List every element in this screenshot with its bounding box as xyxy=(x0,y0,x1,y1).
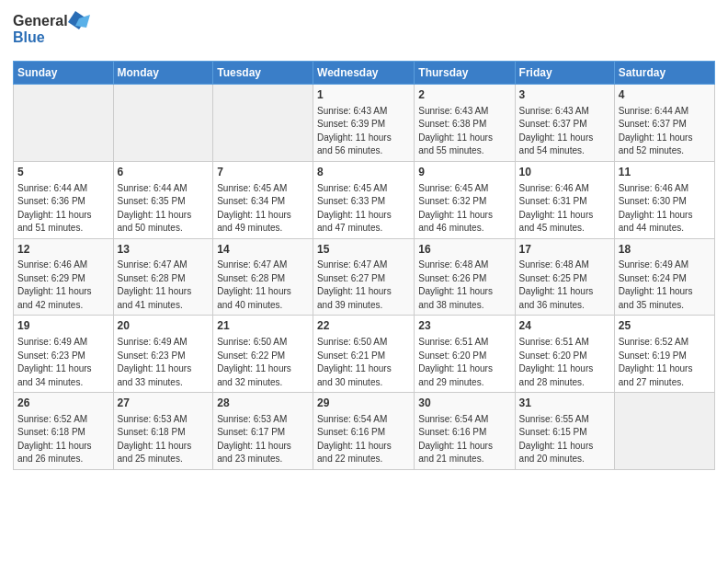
svg-text:General: General xyxy=(13,13,68,29)
day-number: 9 xyxy=(418,165,510,180)
logo: General Blue xyxy=(13,9,96,53)
calendar-cell: 13Sunrise: 6:47 AM Sunset: 6:28 PM Dayli… xyxy=(113,238,213,316)
calendar-cell: 25Sunrise: 6:52 AM Sunset: 6:19 PM Dayli… xyxy=(614,316,714,393)
day-info: Sunrise: 6:45 AM Sunset: 6:34 PM Dayligh… xyxy=(217,183,291,234)
day-number: 14 xyxy=(217,242,309,258)
calendar-cell: 24Sunrise: 6:51 AM Sunset: 6:20 PM Dayli… xyxy=(515,316,614,393)
calendar-cell: 10Sunrise: 6:46 AM Sunset: 6:31 PM Dayli… xyxy=(515,161,614,238)
day-info: Sunrise: 6:54 AM Sunset: 6:16 PM Dayligh… xyxy=(317,414,392,465)
calendar-cell: 12Sunrise: 6:46 AM Sunset: 6:29 PM Dayli… xyxy=(14,238,114,316)
day-info: Sunrise: 6:52 AM Sunset: 6:19 PM Dayligh… xyxy=(619,337,693,387)
day-info: Sunrise: 6:49 AM Sunset: 6:23 PM Dayligh… xyxy=(118,337,192,387)
day-number: 6 xyxy=(118,165,210,180)
calendar-cell: 28Sunrise: 6:53 AM Sunset: 6:17 PM Dayli… xyxy=(213,393,313,470)
calendar-cell: 20Sunrise: 6:49 AM Sunset: 6:23 PM Dayli… xyxy=(113,316,213,393)
day-info: Sunrise: 6:47 AM Sunset: 6:28 PM Dayligh… xyxy=(118,259,192,310)
weekday-header: Sunday xyxy=(14,62,114,85)
weekday-header: Tuesday xyxy=(213,62,313,85)
calendar-cell xyxy=(14,85,114,162)
day-number: 10 xyxy=(519,165,610,180)
calendar-cell: 19Sunrise: 6:49 AM Sunset: 6:23 PM Dayli… xyxy=(14,316,114,393)
calendar-cell: 29Sunrise: 6:54 AM Sunset: 6:16 PM Dayli… xyxy=(313,393,415,470)
calendar-cell xyxy=(213,85,313,162)
day-info: Sunrise: 6:48 AM Sunset: 6:25 PM Dayligh… xyxy=(519,259,594,310)
day-number: 31 xyxy=(519,396,610,411)
day-number: 22 xyxy=(317,318,410,334)
day-info: Sunrise: 6:44 AM Sunset: 6:36 PM Dayligh… xyxy=(17,183,92,234)
svg-text:Blue: Blue xyxy=(13,29,45,45)
day-info: Sunrise: 6:50 AM Sunset: 6:21 PM Dayligh… xyxy=(317,337,392,387)
calendar-cell: 31Sunrise: 6:55 AM Sunset: 6:15 PM Dayli… xyxy=(515,393,614,470)
calendar-cell: 23Sunrise: 6:51 AM Sunset: 6:20 PM Dayli… xyxy=(415,316,515,393)
day-number: 18 xyxy=(619,242,711,258)
logo-icon: General Blue xyxy=(13,9,96,50)
day-number: 26 xyxy=(17,396,109,411)
day-number: 29 xyxy=(317,396,410,411)
calendar-cell: 15Sunrise: 6:47 AM Sunset: 6:27 PM Dayli… xyxy=(313,238,415,316)
day-number: 1 xyxy=(317,87,410,103)
day-number: 12 xyxy=(17,242,109,258)
calendar-cell: 8Sunrise: 6:45 AM Sunset: 6:33 PM Daylig… xyxy=(313,161,415,238)
day-info: Sunrise: 6:47 AM Sunset: 6:27 PM Dayligh… xyxy=(317,259,392,310)
calendar-cell: 30Sunrise: 6:54 AM Sunset: 6:16 PM Dayli… xyxy=(415,393,515,470)
weekday-header: Friday xyxy=(515,62,614,85)
day-info: Sunrise: 6:46 AM Sunset: 6:29 PM Dayligh… xyxy=(17,259,92,310)
calendar-cell: 6Sunrise: 6:44 AM Sunset: 6:35 PM Daylig… xyxy=(113,161,213,238)
calendar-week-row: 19Sunrise: 6:49 AM Sunset: 6:23 PM Dayli… xyxy=(14,316,715,393)
day-info: Sunrise: 6:49 AM Sunset: 6:24 PM Dayligh… xyxy=(619,259,693,310)
day-info: Sunrise: 6:44 AM Sunset: 6:37 PM Dayligh… xyxy=(619,106,693,156)
day-info: Sunrise: 6:55 AM Sunset: 6:15 PM Dayligh… xyxy=(519,414,594,465)
day-number: 13 xyxy=(118,242,210,258)
day-number: 17 xyxy=(519,242,610,258)
calendar-cell: 7Sunrise: 6:45 AM Sunset: 6:34 PM Daylig… xyxy=(213,161,313,238)
day-info: Sunrise: 6:53 AM Sunset: 6:18 PM Dayligh… xyxy=(118,414,192,465)
calendar-cell: 21Sunrise: 6:50 AM Sunset: 6:22 PM Dayli… xyxy=(213,316,313,393)
day-info: Sunrise: 6:43 AM Sunset: 6:39 PM Dayligh… xyxy=(317,106,392,156)
day-number: 19 xyxy=(17,318,109,334)
day-info: Sunrise: 6:50 AM Sunset: 6:22 PM Dayligh… xyxy=(217,337,291,387)
day-info: Sunrise: 6:54 AM Sunset: 6:16 PM Dayligh… xyxy=(418,414,493,465)
logo-text: General Blue xyxy=(13,9,96,53)
day-info: Sunrise: 6:43 AM Sunset: 6:37 PM Dayligh… xyxy=(519,106,594,156)
day-number: 24 xyxy=(519,318,610,334)
page-header: General Blue xyxy=(13,9,715,53)
day-number: 16 xyxy=(418,242,510,258)
calendar-cell: 22Sunrise: 6:50 AM Sunset: 6:21 PM Dayli… xyxy=(313,316,415,393)
day-number: 5 xyxy=(17,165,109,180)
weekday-header-row: SundayMondayTuesdayWednesdayThursdayFrid… xyxy=(14,62,715,85)
calendar-cell: 11Sunrise: 6:46 AM Sunset: 6:30 PM Dayli… xyxy=(614,161,714,238)
day-number: 20 xyxy=(118,318,210,334)
day-number: 8 xyxy=(317,165,410,180)
day-info: Sunrise: 6:46 AM Sunset: 6:30 PM Dayligh… xyxy=(619,183,693,234)
calendar-week-row: 26Sunrise: 6:52 AM Sunset: 6:18 PM Dayli… xyxy=(14,393,715,470)
calendar-week-row: 12Sunrise: 6:46 AM Sunset: 6:29 PM Dayli… xyxy=(14,238,715,316)
day-number: 25 xyxy=(619,318,711,334)
day-info: Sunrise: 6:48 AM Sunset: 6:26 PM Dayligh… xyxy=(418,259,493,310)
calendar-cell: 27Sunrise: 6:53 AM Sunset: 6:18 PM Dayli… xyxy=(113,393,213,470)
calendar-cell: 9Sunrise: 6:45 AM Sunset: 6:32 PM Daylig… xyxy=(415,161,515,238)
day-info: Sunrise: 6:43 AM Sunset: 6:38 PM Dayligh… xyxy=(418,106,493,156)
day-number: 30 xyxy=(418,396,510,411)
calendar-cell: 4Sunrise: 6:44 AM Sunset: 6:37 PM Daylig… xyxy=(614,85,714,162)
page-container: General Blue SundayMondayTuesdayWednesda… xyxy=(0,0,728,477)
day-info: Sunrise: 6:46 AM Sunset: 6:31 PM Dayligh… xyxy=(519,183,594,234)
day-number: 4 xyxy=(619,87,711,103)
day-info: Sunrise: 6:53 AM Sunset: 6:17 PM Dayligh… xyxy=(217,414,291,465)
calendar-cell: 5Sunrise: 6:44 AM Sunset: 6:36 PM Daylig… xyxy=(14,161,114,238)
day-info: Sunrise: 6:47 AM Sunset: 6:28 PM Dayligh… xyxy=(217,259,291,310)
day-info: Sunrise: 6:51 AM Sunset: 6:20 PM Dayligh… xyxy=(519,337,594,387)
day-number: 23 xyxy=(418,318,510,334)
calendar-cell: 26Sunrise: 6:52 AM Sunset: 6:18 PM Dayli… xyxy=(14,393,114,470)
calendar-cell xyxy=(614,393,714,470)
day-info: Sunrise: 6:51 AM Sunset: 6:20 PM Dayligh… xyxy=(418,337,493,387)
day-number: 2 xyxy=(418,87,510,103)
day-number: 28 xyxy=(217,396,309,411)
calendar-cell xyxy=(113,85,213,162)
calendar-cell: 1Sunrise: 6:43 AM Sunset: 6:39 PM Daylig… xyxy=(313,85,415,162)
calendar-table: SundayMondayTuesdayWednesdayThursdayFrid… xyxy=(13,61,715,470)
calendar-week-row: 1Sunrise: 6:43 AM Sunset: 6:39 PM Daylig… xyxy=(14,85,715,162)
day-info: Sunrise: 6:44 AM Sunset: 6:35 PM Dayligh… xyxy=(118,183,192,234)
day-number: 21 xyxy=(217,318,309,334)
calendar-cell: 3Sunrise: 6:43 AM Sunset: 6:37 PM Daylig… xyxy=(515,85,614,162)
calendar-cell: 2Sunrise: 6:43 AM Sunset: 6:38 PM Daylig… xyxy=(415,85,515,162)
